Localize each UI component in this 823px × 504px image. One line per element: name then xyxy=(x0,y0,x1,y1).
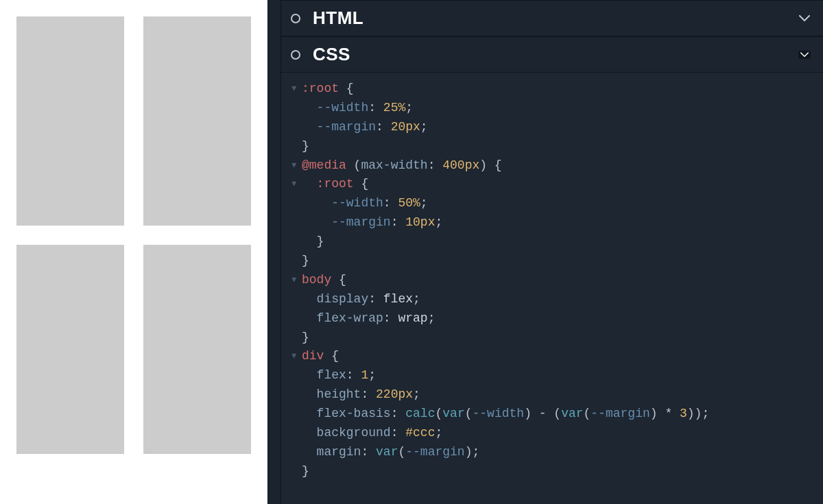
gutter xyxy=(287,366,302,385)
code-line[interactable]: } xyxy=(287,328,823,348)
code-text[interactable]: --margin: 10px; xyxy=(302,213,823,232)
code-text[interactable]: } xyxy=(302,252,823,271)
gutter xyxy=(287,213,302,232)
code-text[interactable]: margin: var(--margin); xyxy=(302,443,823,462)
code-line[interactable]: } xyxy=(287,252,823,271)
html-panel-title: HTML xyxy=(313,8,363,29)
gutter xyxy=(287,424,302,443)
code-text[interactable]: } xyxy=(302,328,823,348)
gutter xyxy=(287,194,302,213)
fold-gutter-icon[interactable]: ▾ xyxy=(287,80,302,99)
preview-tile xyxy=(143,245,251,454)
fold-gutter-icon[interactable]: ▾ xyxy=(287,271,302,290)
gutter xyxy=(287,252,302,271)
resize-handle[interactable] xyxy=(268,0,281,504)
code-line[interactable]: } xyxy=(287,462,823,481)
code-line[interactable]: background: #ccc; xyxy=(287,424,823,443)
code-line[interactable]: flex-basis: calc(var(--width) - (var(--m… xyxy=(287,405,823,424)
html-panel-header[interactable]: HTML xyxy=(281,0,823,36)
code-line[interactable]: ▾@media (max-width: 400px) { xyxy=(287,156,823,176)
gear-icon[interactable] xyxy=(291,50,300,60)
gutter xyxy=(287,328,302,348)
preview-pane xyxy=(0,0,267,504)
code-text[interactable]: height: 220px; xyxy=(302,385,823,405)
code-text[interactable]: --width: 50%; xyxy=(302,194,823,213)
code-text[interactable]: --margin: 20px; xyxy=(302,118,823,137)
code-line[interactable]: flex: 1; xyxy=(287,366,823,385)
fold-gutter-icon[interactable]: ▾ xyxy=(287,347,302,366)
css-panel-header[interactable]: CSS xyxy=(281,36,823,73)
code-line[interactable]: ▾:root { xyxy=(287,80,823,99)
preview-tile xyxy=(143,16,251,226)
code-text[interactable]: :root { xyxy=(302,175,823,194)
code-text[interactable]: @media (max-width: 400px) { xyxy=(302,156,823,176)
gutter xyxy=(287,99,302,118)
preview-tile xyxy=(16,245,124,454)
gutter xyxy=(287,443,302,462)
code-text[interactable]: } xyxy=(302,462,823,481)
code-line[interactable]: } xyxy=(287,232,823,252)
css-panel-title: CSS xyxy=(313,44,350,65)
code-text[interactable]: div { xyxy=(302,347,823,366)
code-text[interactable]: } xyxy=(302,137,823,156)
code-line[interactable]: display: flex; xyxy=(287,290,823,309)
pane-divider[interactable] xyxy=(267,0,281,504)
code-text[interactable]: body { xyxy=(302,271,823,290)
gutter xyxy=(287,232,302,252)
code-text[interactable]: flex-basis: calc(var(--width) - (var(--m… xyxy=(302,405,823,424)
code-line[interactable]: flex-wrap: wrap; xyxy=(287,309,823,328)
code-text[interactable]: flex-wrap: wrap; xyxy=(302,309,823,328)
code-line[interactable]: --width: 25%; xyxy=(287,99,823,118)
code-text[interactable]: background: #ccc; xyxy=(302,424,823,443)
fold-gutter-icon[interactable]: ▾ xyxy=(287,156,302,176)
code-line[interactable]: ▾ :root { xyxy=(287,175,823,194)
gutter xyxy=(287,137,302,156)
code-line[interactable]: ▾body { xyxy=(287,271,823,290)
code-line[interactable]: height: 220px; xyxy=(287,385,823,405)
gutter xyxy=(287,309,302,328)
gutter xyxy=(287,385,302,405)
code-text[interactable]: display: flex; xyxy=(302,290,823,309)
gutter xyxy=(287,118,302,137)
css-code-editor[interactable]: ▾:root { --width: 25%; --margin: 20px; }… xyxy=(281,73,823,504)
app-root: HTML CSS ▾:root { --width: 25%; --margin… xyxy=(0,0,823,504)
code-line[interactable]: ▾div { xyxy=(287,347,823,366)
preview-tile xyxy=(16,16,124,226)
code-text[interactable]: } xyxy=(302,232,823,252)
fold-gutter-icon[interactable]: ▾ xyxy=(287,175,302,194)
code-line[interactable]: --width: 50%; xyxy=(287,194,823,213)
gutter xyxy=(287,462,302,481)
editor-pane: HTML CSS ▾:root { --width: 25%; --margin… xyxy=(281,0,823,504)
code-line[interactable]: --margin: 20px; xyxy=(287,118,823,137)
code-text[interactable]: flex: 1; xyxy=(302,366,823,385)
code-line[interactable]: --margin: 10px; xyxy=(287,213,823,232)
code-text[interactable]: :root { xyxy=(302,80,823,99)
gutter xyxy=(287,405,302,424)
code-text[interactable]: --width: 25%; xyxy=(302,99,823,118)
gear-icon[interactable] xyxy=(291,14,300,23)
chevron-down-icon[interactable] xyxy=(798,51,811,59)
gutter xyxy=(287,290,302,309)
code-line[interactable]: margin: var(--margin); xyxy=(287,443,823,462)
code-line[interactable]: } xyxy=(287,137,823,156)
chevron-down-icon[interactable] xyxy=(798,14,811,23)
